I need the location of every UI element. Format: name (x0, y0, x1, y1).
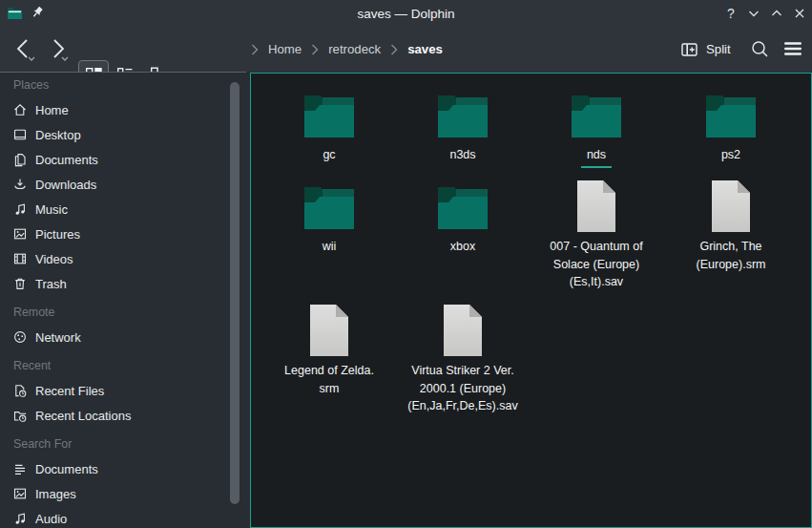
music-icon (12, 201, 28, 217)
file-item-007-quantum-of-solace[interactable]: 007 - Quantum of Solace (Europe) (Es,It)… (534, 180, 658, 291)
file-icon (534, 180, 658, 233)
sidebar-item-pictures[interactable]: Pictures (0, 222, 246, 246)
hamburger-icon (783, 40, 802, 57)
item-label: Solace (Europe) (534, 256, 658, 274)
folder-icon (401, 180, 525, 233)
minimize-button[interactable] (745, 5, 762, 22)
section-header-recent: Recent (0, 353, 246, 378)
item-label: gc (267, 146, 391, 164)
sidebar-item-label: Recent Locations (35, 409, 131, 423)
folder-item-ps2[interactable]: ps2 (669, 88, 793, 164)
item-label: (Es,It).sav (534, 273, 658, 291)
sidebar-item-home[interactable]: Home (0, 97, 246, 122)
image-icon (12, 486, 28, 501)
close-button[interactable] (791, 5, 808, 22)
folder-item-n3ds[interactable]: n3ds (401, 88, 525, 164)
sidebar-item-trash[interactable]: Trash (0, 271, 246, 296)
sidebar-item-desktop[interactable]: Desktop (0, 122, 246, 147)
folder-icon (401, 88, 525, 141)
sidebar-item-label: Videos (35, 252, 73, 266)
item-label: ps2 (669, 146, 793, 164)
item-label: Legend of Zelda. (267, 362, 391, 380)
folder-view[interactable]: gc n3ds nds (250, 73, 812, 528)
chevron-right-icon (390, 44, 398, 55)
item-label: nds (534, 146, 658, 164)
file-icon (267, 304, 391, 357)
recent-locations-icon (12, 408, 28, 423)
file-item-virtua-striker-2[interactable]: Virtua Striker 2 Ver. 2000.1 (Europe) (E… (401, 304, 525, 415)
forward-button[interactable] (43, 35, 72, 64)
folder-item-nds[interactable]: nds (534, 88, 658, 168)
breadcrumb-home[interactable]: Home (268, 42, 302, 56)
downloads-icon (12, 177, 28, 192)
folder-item-wii[interactable]: wii (267, 180, 391, 256)
places-scrollbar[interactable] (230, 82, 239, 504)
file-item-legend-of-zelda[interactable]: Legend of Zelda. srm (267, 304, 391, 397)
folder-item-gc[interactable]: gc (267, 88, 391, 164)
sidebar-item-search-documents[interactable]: Documents (0, 456, 246, 481)
section-header-search-for: Search For (0, 432, 246, 456)
breadcrumb: Home retrodeck saves (251, 27, 443, 72)
window-title: saves — Dolphin (0, 0, 812, 27)
file-icon (669, 180, 793, 233)
item-label: wii (267, 238, 391, 256)
trash-icon (12, 276, 28, 291)
hamburger-menu-button[interactable] (781, 36, 805, 61)
sidebar-item-search-audio[interactable]: Audio (0, 506, 246, 528)
sidebar-item-music[interactable]: Music (0, 197, 246, 222)
titlebar: saves — Dolphin ? (0, 0, 812, 27)
sidebar-item-downloads[interactable]: Downloads (0, 172, 246, 197)
pictures-icon (12, 226, 28, 242)
sidebar-item-label: Desktop (35, 128, 81, 142)
sidebar-item-documents[interactable]: Documents (0, 147, 246, 172)
item-label: n3ds (401, 146, 525, 164)
sidebar-item-recent-locations[interactable]: Recent Locations (0, 403, 246, 428)
help-button[interactable]: ? (722, 5, 739, 22)
places-panel: Places Home Desktop Documents Downloads (0, 72, 246, 528)
network-icon (12, 329, 28, 345)
desktop-icon (12, 127, 28, 142)
recent-files-icon (12, 383, 28, 398)
search-button[interactable] (747, 36, 772, 61)
current-item-underline (581, 166, 612, 168)
item-label: Grinch, The (669, 238, 793, 256)
folder-icon (267, 88, 391, 141)
sidebar-item-label: Documents (35, 462, 98, 476)
section-header-places: Places (0, 73, 246, 97)
search-icon (750, 39, 770, 59)
sidebar-item-label: Documents (35, 153, 98, 167)
documents-icon (12, 152, 28, 167)
chevron-right-icon (311, 44, 319, 55)
split-button-label: Split (706, 42, 731, 56)
dolphin-window: saves — Dolphin ? (0, 0, 812, 528)
home-icon (12, 102, 28, 117)
sidebar-item-label: Pictures (35, 227, 80, 242)
sidebar-item-search-images[interactable]: Images (0, 481, 246, 506)
item-label: 007 - Quantum of (534, 238, 658, 256)
sidebar-item-label: Music (35, 202, 68, 217)
file-item-grinch-the[interactable]: Grinch, The (Europe).srm (669, 180, 793, 273)
toolbar: Home retrodeck saves Split (0, 27, 812, 72)
sidebar-item-recent-files[interactable]: Recent Files (0, 378, 246, 403)
maximize-button[interactable] (768, 5, 785, 22)
breadcrumb-saves[interactable]: saves (407, 42, 443, 56)
file-icon (401, 304, 525, 357)
sidebar-item-network[interactable]: Network (0, 325, 246, 349)
sidebar-item-label: Downloads (35, 178, 96, 192)
sidebar-item-label: Trash (35, 277, 67, 291)
sidebar-item-label: Network (35, 330, 81, 345)
chevron-right-icon (251, 44, 259, 55)
folder-item-xbox[interactable]: xbox (401, 180, 525, 256)
videos-icon (12, 251, 28, 266)
item-label: srm (267, 380, 391, 398)
item-label: Virtua Striker 2 Ver. (401, 362, 525, 380)
folder-icon (669, 88, 793, 141)
back-button[interactable] (11, 35, 40, 64)
sidebar-item-videos[interactable]: Videos (0, 246, 246, 271)
split-button[interactable]: Split (681, 27, 731, 72)
sidebar-item-label: Home (35, 103, 69, 117)
breadcrumb-retrodeck[interactable]: retrodeck (328, 42, 381, 56)
folder-icon (267, 180, 391, 233)
sidebar-item-label: Audio (35, 512, 67, 526)
item-label: (Europe).srm (669, 256, 793, 274)
